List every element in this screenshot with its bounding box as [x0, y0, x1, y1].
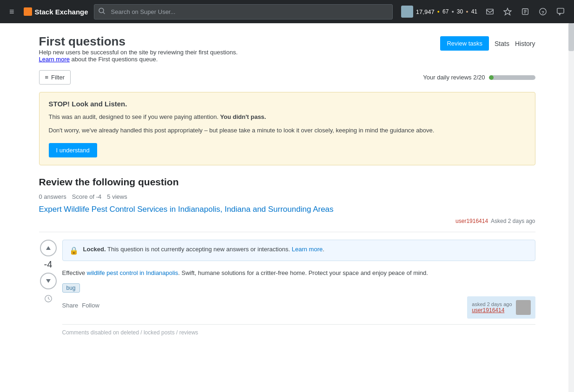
navbar-right: 17,947 ● 67 ● 30 ● 41 — [398, 4, 568, 20]
post-body: Effective wildlife pest control in India… — [62, 268, 535, 278]
daily-reviews: Your daily reviews 2/20 — [423, 74, 535, 81]
review-section: Review the following question 0 answers … — [39, 176, 535, 224]
learn-more-link[interactable]: Learn more — [39, 56, 70, 63]
search-icon — [99, 8, 105, 16]
page-title: First questions — [39, 34, 238, 49]
asked-card-info: asked 2 days ago user1916414 — [472, 301, 512, 314]
comments-section: Comments disabled on deleted / locked po… — [62, 324, 535, 336]
audit-line2: Don't worry, we've already handled this … — [49, 126, 526, 136]
locked-text: Locked. This question is not currently a… — [83, 246, 324, 253]
review-tasks-button[interactable]: Review tasks — [440, 36, 489, 51]
review-icon[interactable] — [517, 5, 533, 19]
user-score: 17,947 — [416, 8, 435, 15]
views-count: 5 views — [107, 193, 127, 200]
post-actions-links: Share Follow — [62, 302, 99, 309]
svg-rect-10 — [557, 8, 564, 13]
gold-count: 67 — [442, 8, 449, 15]
hamburger-menu-icon[interactable]: ≡ — [6, 5, 18, 19]
silver-count: 30 — [457, 8, 463, 15]
asked-card-time: asked 2 days ago — [472, 301, 512, 307]
downvote-button[interactable] — [40, 273, 57, 289]
achievements-icon[interactable] — [500, 5, 515, 19]
page-header: First questions Help new users be succes… — [39, 34, 535, 63]
search-bar — [94, 4, 393, 20]
filter-icon: ≡ — [45, 74, 49, 81]
follow-link[interactable]: Follow — [82, 302, 99, 309]
question-link: Expert Wildlife Pest Control Services in… — [39, 205, 535, 214]
vote-count: -4 — [44, 259, 53, 270]
user-avatar-nav[interactable]: 17,947 ● 67 ● 30 ● 41 — [398, 4, 480, 20]
page-header-actions: Review tasks Stats History — [440, 36, 535, 51]
svg-rect-2 — [487, 9, 493, 14]
main-content: First questions Help new users be succes… — [32, 23, 543, 347]
progress-bar — [489, 75, 535, 80]
scrollbar[interactable] — [568, 23, 574, 347]
filter-row: ≡ Filter Your daily reviews 2/20 — [39, 70, 535, 85]
bronze-count: 41 — [471, 8, 477, 15]
silver-dot: ● — [451, 9, 454, 14]
post-area: -4 🔒 Locked. This question is not curren… — [39, 232, 535, 336]
asked-card-user-link[interactable]: user1916414 — [472, 307, 512, 314]
audit-heading: STOP! Look and Listen. — [49, 100, 526, 108]
review-heading: Review the following question — [39, 176, 535, 188]
question-asked: user1916414 Asked 2 days ago — [39, 218, 535, 224]
inbox-icon[interactable] — [482, 5, 498, 19]
history-link[interactable]: History — [515, 40, 535, 47]
score: Score of -4 — [72, 193, 102, 200]
page-description: Help new users be successful on the site… — [39, 49, 238, 63]
post-content: 🔒 Locked. This question is not currently… — [62, 240, 535, 336]
asked-time: Asked 2 days ago — [491, 218, 535, 224]
chat-icon[interactable] — [553, 5, 568, 19]
asked-card: asked 2 days ago user1916414 — [467, 296, 535, 319]
logo-text: Stack Exchange — [35, 8, 88, 16]
page-header-text: First questions Help new users be succes… — [39, 34, 238, 63]
upvote-button[interactable] — [40, 240, 57, 256]
logo-icon — [24, 7, 32, 16]
svg-line-1 — [103, 13, 105, 14]
post-body-link[interactable]: wildlife pest control in Indianapolis — [87, 269, 178, 276]
navbar: ≡ Stack Exchange 17,947 ● 67 ● 30 ● 41 — [0, 0, 574, 23]
help-icon[interactable]: ? — [535, 5, 551, 19]
audit-notice: STOP! Look and Listen. This was an audit… — [39, 92, 535, 165]
locked-learn-more-link[interactable]: Learn more — [292, 246, 323, 253]
locked-notice: 🔒 Locked. This question is not currently… — [62, 240, 535, 261]
avatar — [401, 6, 413, 18]
search-input[interactable] — [94, 4, 393, 20]
scrollbar-thumb[interactable] — [568, 23, 574, 51]
filter-button[interactable]: ≡ Filter — [39, 70, 71, 85]
answers-count: 0 answers — [39, 193, 66, 200]
bronze-dot: ● — [466, 9, 468, 14]
lock-icon: 🔒 — [69, 246, 79, 255]
gold-dot: ● — [437, 9, 440, 14]
post-actions-bottom: Share Follow asked 2 days ago user191641… — [62, 296, 535, 319]
share-link[interactable]: Share — [62, 302, 79, 309]
audit-line1: This was an audit, designed to see if yo… — [49, 112, 526, 122]
progress-bar-fill — [489, 75, 494, 80]
tags: bug — [62, 283, 535, 293]
understand-button[interactable]: I understand — [49, 143, 97, 157]
asked-card-avatar — [516, 300, 531, 315]
question-meta: 0 answers Score of -4 5 views — [39, 193, 535, 200]
question-user-link[interactable]: user1916414 — [455, 218, 488, 224]
site-logo[interactable]: Stack Exchange — [24, 7, 88, 16]
tag-bug[interactable]: bug — [62, 283, 80, 293]
svg-marker-3 — [504, 8, 511, 15]
svg-text:?: ? — [541, 10, 544, 15]
vote-column: -4 — [39, 240, 62, 336]
stats-link[interactable]: Stats — [495, 40, 509, 47]
question-title-link[interactable]: Expert Wildlife Pest Control Services in… — [39, 205, 334, 214]
post-history-icon[interactable] — [42, 292, 55, 305]
